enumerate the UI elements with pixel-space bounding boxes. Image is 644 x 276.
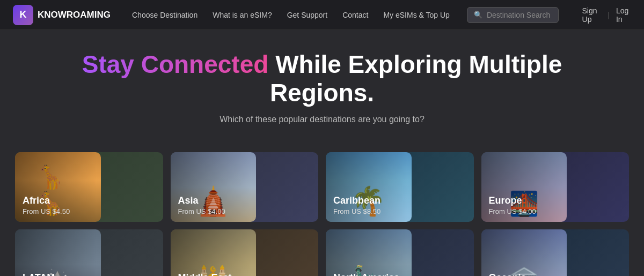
caribbean-name: Caribbean: [333, 195, 380, 206]
nav-contact[interactable]: Contact: [342, 11, 368, 19]
navbar: K KNOWROAMING Choose Destination What is…: [0, 0, 644, 30]
hero-title: Stay Connected While Exploring Multiple …: [32, 50, 612, 107]
card-oceania[interactable]: OceaniaFrom US $4.00: [481, 229, 630, 276]
card-latam[interactable]: LATAMFrom US $4.50: [15, 229, 163, 276]
auth-divider: |: [608, 11, 610, 19]
card-europe[interactable]: EuropeFrom US $4.00: [481, 152, 630, 222]
latam-info: LATAMFrom US $4.50: [15, 266, 77, 276]
hero-section: Stay Connected While Exploring Multiple …: [0, 30, 644, 152]
hero-title-colored: Stay Connected: [82, 50, 269, 78]
africa-info: AfricaFrom US $4.50: [15, 189, 77, 222]
destination-search-box[interactable]: 🔍: [467, 7, 559, 23]
nav-get-support[interactable]: Get Support: [287, 11, 328, 19]
card-northamerica[interactable]: North AmericaFrom US $4.00: [326, 229, 474, 276]
logo[interactable]: K KNOWROAMING: [13, 5, 111, 25]
middleeast-info: Middle EastFrom US $4.00: [171, 266, 239, 276]
search-icon: 🔍: [474, 11, 482, 19]
europe-name: Europe: [489, 195, 536, 206]
destination-cards: AfricaFrom US $4.50AsiaFrom US $4.00Cari…: [0, 152, 644, 276]
northamerica-info: North AmericaFrom US $4.00: [326, 266, 407, 276]
caribbean-price: From US $8.50: [333, 207, 380, 215]
card-caribbean[interactable]: CaribbeanFrom US $8.50: [326, 152, 474, 222]
logo-icon: K: [13, 5, 33, 25]
sign-up-link[interactable]: Sign Up: [582, 6, 602, 24]
europe-info: EuropeFrom US $4.00: [481, 189, 544, 222]
card-africa[interactable]: AfricaFrom US $4.50: [15, 152, 163, 222]
nav-what-is-esim[interactable]: What is an eSIM?: [213, 11, 272, 19]
asia-name: Asia: [178, 195, 225, 206]
nav-my-esims[interactable]: My eSIMs & Top Up: [383, 11, 449, 19]
middleeast-name: Middle East: [178, 272, 232, 276]
hero-subtitle: Which of these popular destinations are …: [32, 115, 612, 124]
destination-search-input[interactable]: [487, 11, 552, 19]
caribbean-info: CaribbeanFrom US $8.50: [326, 189, 388, 222]
destination-row-1: AfricaFrom US $4.50AsiaFrom US $4.00Cari…: [15, 152, 629, 222]
europe-price: From US $4.00: [489, 207, 536, 215]
logo-text: KNOWROAMING: [38, 10, 111, 20]
log-in-link[interactable]: Log In: [616, 6, 631, 24]
africa-name: Africa: [23, 195, 70, 206]
oceania-info: OceaniaFrom US $4.00: [481, 266, 544, 276]
card-asia[interactable]: AsiaFrom US $4.00: [171, 152, 319, 222]
oceania-name: Oceania: [489, 272, 536, 276]
northamerica-name: North America: [333, 272, 399, 276]
latam-name: LATAM: [23, 272, 70, 276]
destination-row-2: LATAMFrom US $4.50Middle EastFrom US $4.…: [15, 229, 629, 276]
nav-choose-destination[interactable]: Choose Destination: [132, 11, 197, 19]
nav-auth-area: Sign Up | Log In: [582, 6, 631, 24]
asia-info: AsiaFrom US $4.00: [171, 189, 233, 222]
hero-title-rest: While Exploring Multiple Regions.: [268, 50, 562, 107]
nav-links: Choose Destination What is an eSIM? Get …: [132, 11, 450, 19]
card-middleeast[interactable]: Middle EastFrom US $4.00: [171, 229, 319, 276]
africa-price: From US $4.50: [23, 207, 70, 215]
asia-price: From US $4.00: [178, 207, 225, 215]
